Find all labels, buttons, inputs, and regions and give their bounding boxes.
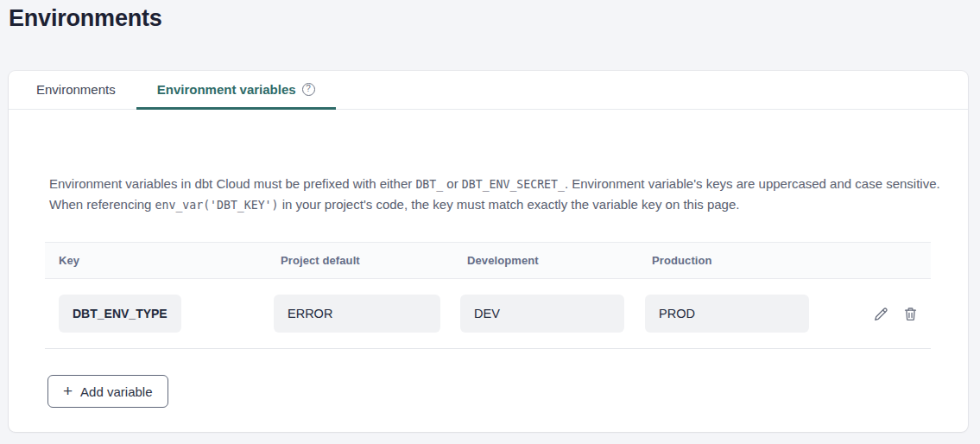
plus-icon: + bbox=[63, 383, 73, 399]
description-text-segment: Environment variables in dbt Cloud must … bbox=[49, 176, 415, 191]
project-default-value: ERROR bbox=[274, 295, 440, 333]
description-text-segment: or bbox=[443, 176, 462, 191]
development-value: DEV bbox=[460, 295, 624, 333]
code-env-var-example: env_var('DBT_KEY') bbox=[155, 199, 279, 212]
help-icon[interactable]: ? bbox=[302, 83, 315, 96]
code-dbt-env-secret-prefix: DBT_ENV_SECRET_ bbox=[462, 178, 565, 191]
tab-environments[interactable]: Environments bbox=[16, 71, 136, 110]
pencil-icon bbox=[873, 306, 889, 322]
environment-variables-table: Key Project default Development Producti… bbox=[45, 242, 931, 349]
delete-button[interactable] bbox=[902, 306, 919, 322]
description-line-2: When referencing env_var('DBT_KEY') in y… bbox=[49, 195, 933, 216]
table-row: DBT_ENV_TYPE ERROR DEV PROD bbox=[45, 279, 931, 349]
cell-development: DEV bbox=[460, 295, 645, 333]
variable-key-value: DBT_ENV_TYPE bbox=[59, 295, 181, 333]
description-line-1: Environment variables in dbt Cloud must … bbox=[49, 174, 933, 195]
cell-key: DBT_ENV_TYPE bbox=[45, 295, 274, 333]
tab-environments-label: Environments bbox=[36, 82, 116, 97]
trash-icon bbox=[902, 306, 919, 322]
edit-button[interactable] bbox=[873, 306, 889, 322]
tab-environment-variables-label: Environment variables bbox=[157, 82, 296, 97]
column-header-key: Key bbox=[45, 254, 274, 267]
column-header-development: Development bbox=[460, 254, 645, 267]
row-actions bbox=[857, 306, 931, 322]
description-text-segment: . Environment variable's keys are upperc… bbox=[565, 176, 940, 191]
production-value: PROD bbox=[645, 295, 809, 333]
tab-environment-variables[interactable]: Environment variables ? bbox=[136, 71, 336, 110]
add-variable-label: Add variable bbox=[80, 384, 152, 399]
description-text-segment: When referencing bbox=[49, 197, 155, 212]
table-header-row: Key Project default Development Producti… bbox=[45, 242, 931, 279]
description-text: Environment variables in dbt Cloud must … bbox=[49, 174, 933, 215]
column-header-project-default: Project default bbox=[274, 254, 460, 267]
tab-bar: Environments Environment variables ? bbox=[9, 71, 968, 110]
page-title: Environments bbox=[9, 5, 162, 32]
environment-variables-card: Environments Environment variables ? Env… bbox=[9, 71, 968, 432]
description-text-segment: in your project's code, the key must mat… bbox=[279, 197, 740, 212]
add-variable-button[interactable]: + Add variable bbox=[47, 375, 168, 408]
cell-project-default: ERROR bbox=[274, 295, 460, 333]
code-dbt-prefix: DBT_ bbox=[415, 178, 443, 191]
column-header-production: Production bbox=[645, 254, 857, 267]
cell-production: PROD bbox=[645, 295, 857, 333]
